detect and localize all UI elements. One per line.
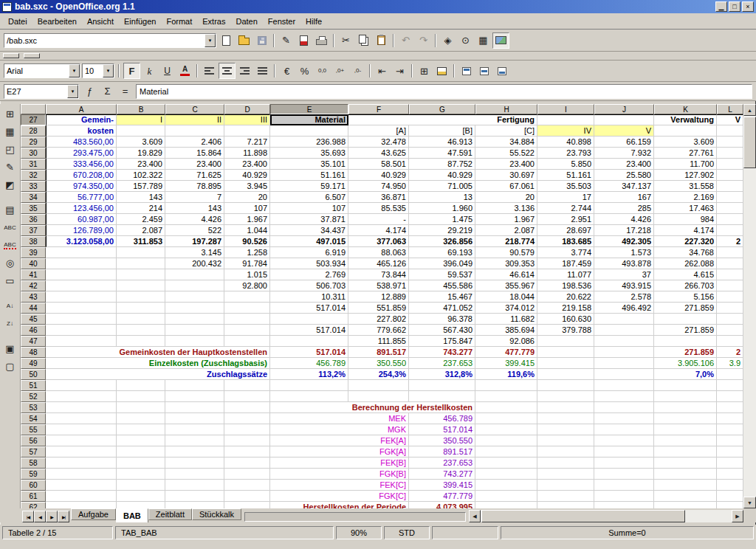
cell-E43[interactable]: 10.311 [270, 291, 348, 303]
cell-I40[interactable]: 187.459 [537, 258, 594, 269]
cell-B58[interactable] [117, 458, 165, 469]
cell-I32[interactable]: 51.161 [537, 170, 594, 181]
cell-H56[interactable] [475, 435, 537, 446]
cell-E54[interactable]: MEK [270, 413, 409, 424]
cell-E50[interactable]: 113,2% [270, 369, 348, 380]
edit-file-icon[interactable]: ✎ [278, 32, 295, 49]
cell-H61[interactable] [475, 491, 537, 502]
cell-H28[interactable]: [C] [475, 125, 537, 137]
cell-L55[interactable] [717, 424, 743, 435]
cell-L56[interactable] [717, 435, 743, 446]
gallery-icon[interactable] [492, 32, 509, 49]
column-header-H[interactable]: H [475, 104, 537, 114]
cell-I48[interactable] [537, 347, 594, 358]
row-header-38[interactable]: 38 [21, 236, 46, 247]
cell-L28[interactable] [717, 125, 743, 137]
cell-G52[interactable] [409, 391, 475, 402]
close-button[interactable]: × [742, 1, 754, 12]
cell-B60[interactable] [117, 480, 165, 491]
cell-J34[interactable]: 167 [594, 192, 654, 203]
autospellcheck-icon[interactable]: ABC [1, 237, 19, 254]
cell-H43[interactable]: 18.044 [475, 291, 537, 303]
cell-J49[interactable] [594, 358, 654, 369]
cell-A50[interactable]: Zuschlagssätze [46, 369, 270, 380]
cell-G43[interactable]: 15.467 [409, 291, 475, 303]
cell-F35[interactable]: 85.535 [348, 203, 409, 214]
cell-E44[interactable]: 517.014 [270, 303, 348, 314]
cell-J43[interactable]: 2.578 [594, 291, 654, 303]
cell-D58[interactable] [224, 458, 270, 469]
sum-icon[interactable]: Σ [99, 83, 116, 100]
cell-H31[interactable]: 23.400 [475, 159, 537, 170]
column-header-G[interactable]: G [409, 104, 475, 114]
cell-K29[interactable]: 3.609 [654, 137, 717, 148]
cell-D54[interactable] [224, 413, 270, 424]
cell-L35[interactable] [717, 203, 743, 214]
cell-G48[interactable]: 743.277 [409, 347, 475, 358]
cell-D31[interactable]: 23.400 [224, 159, 270, 170]
cell-G60[interactable]: 399.415 [409, 480, 475, 491]
cell-K35[interactable]: 17.463 [654, 203, 717, 214]
status-zoom-level[interactable]: 90% [336, 526, 382, 539]
cell-C62[interactable] [165, 502, 224, 508]
delete-decimal-button[interactable]: ,0- [349, 63, 366, 79]
cell-F37[interactable]: 4.174 [348, 225, 409, 236]
horizontal-scroll-track[interactable] [685, 510, 732, 522]
cell-L36[interactable] [717, 214, 743, 225]
cell-F43[interactable]: 12.889 [348, 291, 409, 303]
cell-H52[interactable] [475, 391, 537, 402]
menu-item-einfügen[interactable]: Einfügen [119, 15, 161, 28]
cell-F50[interactable]: 254,3% [348, 369, 409, 380]
menu-item-fenster[interactable]: Fenster [263, 15, 300, 28]
cell-K34[interactable]: 2.169 [654, 192, 717, 203]
cell-E41[interactable]: 2.769 [270, 269, 348, 280]
cell-K37[interactable]: 4.174 [654, 225, 717, 236]
cell-I55[interactable] [537, 424, 594, 435]
cell-E37[interactable]: 34.437 [270, 225, 348, 236]
cell-B35[interactable]: 214 [117, 203, 165, 214]
draw-functions-icon[interactable]: ✎ [1, 159, 19, 176]
standard-format-button[interactable]: 0,0 [314, 63, 331, 79]
cell-I53[interactable] [537, 402, 594, 413]
cell-D57[interactable] [224, 446, 270, 458]
row-header-41[interactable]: 41 [21, 269, 46, 280]
status-page-style[interactable]: TAB_BAB [115, 526, 334, 539]
equals-icon[interactable]: = [117, 83, 134, 100]
cell-L61[interactable] [717, 491, 743, 502]
menu-item-datei[interactable]: Datei [3, 15, 32, 28]
cell-I45[interactable]: 160.630 [537, 314, 594, 325]
cell-G33[interactable]: 71.005 [409, 181, 475, 192]
horizontal-scroll-thumb[interactable] [481, 510, 685, 522]
cell-G34[interactable]: 13 [409, 192, 475, 203]
cell-H40[interactable]: 309.353 [475, 258, 537, 269]
cell-I46[interactable]: 379.788 [537, 325, 594, 336]
cell-I54[interactable] [537, 413, 594, 424]
cell-I52[interactable] [537, 391, 594, 402]
cell-A48[interactable]: Gemeinkosten der Hauptkostenstellen [46, 347, 270, 358]
cell-I29[interactable]: 40.898 [537, 137, 594, 148]
row-header-57[interactable]: 57 [21, 446, 46, 458]
cell-F46[interactable]: 779.662 [348, 325, 409, 336]
cell-reference-input[interactable] [4, 86, 67, 97]
cell-F30[interactable]: 43.625 [348, 148, 409, 159]
cell-I62[interactable] [537, 502, 594, 508]
cell-K62[interactable] [654, 502, 717, 508]
cell-C52[interactable] [165, 391, 224, 402]
cell-K46[interactable]: 271.859 [654, 325, 717, 336]
cell-H48[interactable]: 477.779 [475, 347, 537, 358]
cell-E42[interactable]: 506.703 [270, 280, 348, 291]
datasources-icon[interactable]: ▭ [1, 272, 19, 289]
cell-E35[interactable]: 107 [270, 203, 348, 214]
column-header-B[interactable]: B [117, 104, 165, 114]
toolbar-handle[interactable] [3, 53, 19, 58]
redo-icon[interactable]: ↷ [415, 32, 432, 49]
prev-sheet-button[interactable]: ◀ [34, 511, 46, 522]
cell-E52[interactable] [270, 391, 348, 402]
cell-K49[interactable]: 3.905.106 [654, 358, 717, 369]
cell-C40[interactable]: 200.432 [165, 258, 224, 269]
cell-F29[interactable]: 32.478 [348, 137, 409, 148]
cell-G31[interactable]: 87.752 [409, 159, 475, 170]
cell-C28[interactable] [165, 125, 224, 137]
url-input[interactable] [4, 35, 205, 46]
cell-E29[interactable]: 236.988 [270, 137, 348, 148]
